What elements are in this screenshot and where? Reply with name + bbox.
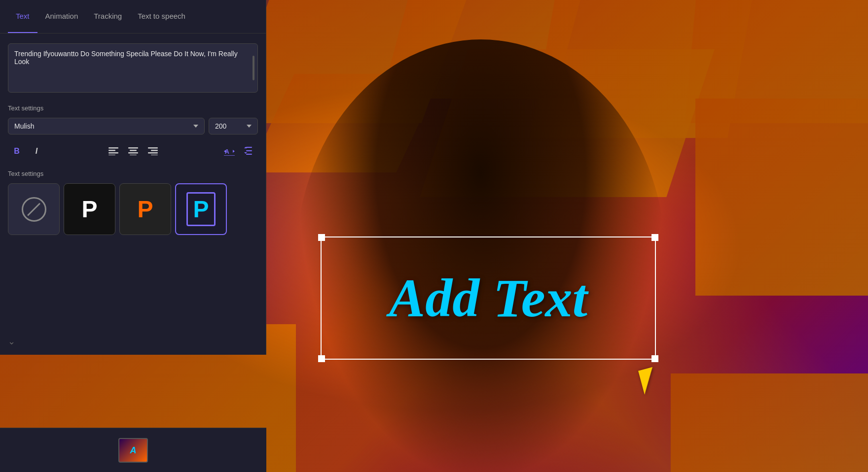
letter-spacing-button[interactable]: A (220, 142, 238, 160)
preset-purple-active[interactable]: P (175, 183, 227, 235)
line-spacing-icon (244, 147, 254, 156)
svg-rect-11 (151, 155, 158, 155)
preset-orange-letter: P (137, 196, 153, 223)
preset-none[interactable] (8, 183, 60, 235)
handle-tr[interactable] (651, 234, 658, 241)
text-input[interactable]: Trending Ifyouwantto Do Something Specil… (8, 44, 257, 92)
svg-rect-4 (128, 147, 138, 149)
svg-rect-16 (246, 147, 252, 148)
size-select-chevron (247, 125, 252, 128)
svg-rect-6 (128, 152, 138, 154)
preset-black[interactable]: P (64, 183, 115, 235)
tabs-bar: Text Animation Tracking Text to speech (0, 0, 266, 34)
preset-orange[interactable]: P (119, 183, 171, 235)
svg-rect-0 (108, 147, 118, 149)
align-right-button[interactable] (144, 142, 162, 160)
handle-br[interactable] (651, 355, 658, 362)
align-left-icon (108, 147, 118, 155)
bottom-preview-strip (0, 428, 266, 472)
align-center-button[interactable] (124, 142, 142, 160)
align-center-icon (128, 147, 138, 155)
svg-rect-17 (246, 150, 252, 151)
text-selection-box[interactable]: Add Text (321, 236, 656, 360)
format-toolbar: B I (0, 138, 266, 164)
font-size-row: Mulish 200 (0, 116, 266, 136)
letter-spacing-icon: A (224, 147, 235, 156)
left-panel: Text Animation Tracking Text to speech T… (0, 0, 266, 355)
text-settings-label-1: Text settings (0, 102, 266, 116)
preset-black-letter: P (81, 196, 97, 223)
svg-rect-2 (108, 152, 118, 154)
handle-bl[interactable] (318, 355, 325, 362)
font-select-chevron (193, 125, 198, 128)
canvas-text-label: Add Text (389, 267, 587, 330)
scroll-indicator (253, 56, 254, 80)
size-select[interactable]: 200 (209, 118, 258, 135)
preset-purple-letter: P (186, 192, 215, 226)
style-presets-row: P P P (0, 179, 266, 239)
tab-animation[interactable]: Animation (37, 0, 86, 33)
line-spacing-button[interactable] (240, 142, 258, 160)
collapse-arrow[interactable]: ⌄ (8, 336, 15, 347)
bold-button[interactable]: B (8, 142, 26, 160)
align-right-icon (148, 147, 158, 155)
svg-rect-9 (151, 150, 158, 151)
no-style-icon (22, 197, 46, 222)
svg-rect-3 (108, 155, 115, 155)
tab-text[interactable]: Text (8, 0, 37, 33)
text-input-area[interactable]: Trending Ifyouwantto Do Something Specil… (8, 43, 258, 93)
preview-thumbnail[interactable] (118, 438, 148, 463)
handle-tl[interactable] (318, 234, 325, 241)
svg-rect-8 (148, 147, 158, 149)
svg-rect-10 (148, 152, 158, 154)
font-select[interactable]: Mulish (8, 118, 205, 135)
svg-marker-20 (244, 152, 247, 154)
svg-rect-5 (130, 150, 137, 151)
text-settings-label-2: Text settings (0, 166, 266, 179)
svg-rect-1 (108, 150, 115, 151)
svg-marker-15 (233, 150, 235, 153)
tab-text-to-speech[interactable]: Text to speech (130, 0, 193, 33)
italic-button[interactable]: I (28, 142, 45, 160)
svg-rect-7 (130, 155, 137, 155)
align-left-button[interactable] (105, 142, 122, 160)
svg-rect-18 (246, 154, 252, 155)
tab-tracking[interactable]: Tracking (86, 0, 130, 33)
